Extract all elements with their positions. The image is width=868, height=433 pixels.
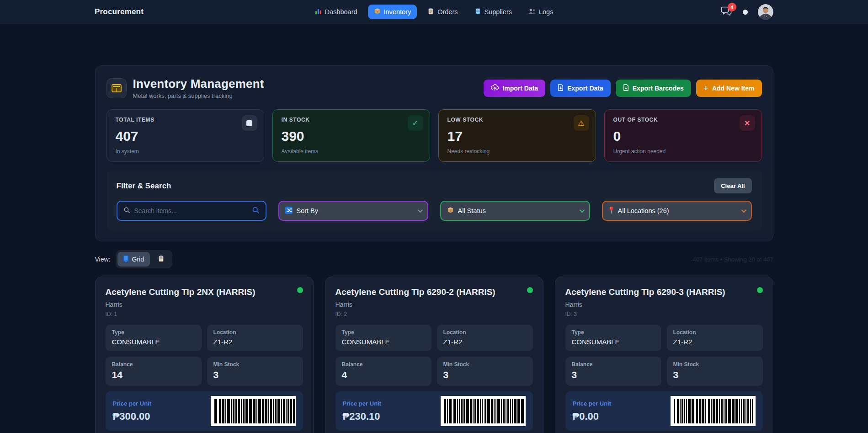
chevron-down-icon	[741, 208, 746, 213]
sort-by-label: Sort By	[297, 207, 414, 214]
nav-label: Dashboard	[325, 8, 357, 16]
view-row: View: Grid 407 items • Showing 20 of 407	[95, 250, 773, 268]
nav-label: Suppliers	[485, 8, 512, 16]
import-data-button[interactable]: Import Data	[484, 80, 545, 97]
item-id: ID: 1	[106, 311, 303, 317]
app-brand: Procurement	[95, 7, 309, 16]
search-submit-icon[interactable]	[252, 206, 260, 216]
status-select[interactable]: All Status	[440, 201, 590, 221]
info-value: 3	[443, 369, 527, 380]
button-label: Export Barcodes	[633, 85, 684, 92]
status-label: All Status	[458, 207, 575, 214]
inventory-panel: Inventory Management Metal works, parts …	[95, 65, 773, 241]
grid-view-label: Grid	[132, 256, 144, 263]
locations-select[interactable]: All Locations (26)	[602, 201, 752, 221]
barcode-image	[211, 396, 296, 426]
stat-value: 0	[613, 129, 753, 143]
stat-label: TOTAL ITEMS	[116, 117, 255, 123]
building-icon	[474, 8, 481, 16]
location-box: Location Z1-R2	[667, 325, 763, 351]
barcode-image	[671, 396, 756, 426]
info-label: Type	[342, 329, 425, 336]
header-actions: Import Data Export Data Export Barcodes …	[484, 80, 761, 97]
price-row: Price per Unit ₱230.10	[335, 391, 533, 431]
stat-sub: Urgent action needed	[613, 148, 753, 155]
nav-item-suppliers[interactable]: Suppliers	[469, 5, 518, 19]
clear-all-button[interactable]: Clear All	[714, 178, 751, 193]
user-avatar[interactable]	[758, 4, 773, 20]
export-data-button[interactable]: Export Data	[550, 80, 611, 97]
add-new-item-button[interactable]: Add New Item	[696, 80, 762, 97]
nav-label: Logs	[539, 8, 553, 16]
type-box: Type CONSUMABLE	[335, 325, 431, 351]
item-name: Acetylene Cutting Tip 6290-3 (HARRIS)	[565, 287, 763, 297]
page-title: Inventory Management	[133, 77, 484, 91]
nav-item-logs[interactable]: Logs	[522, 5, 559, 19]
nav-item-inventory[interactable]: Inventory	[368, 5, 417, 19]
pushpin-icon	[609, 206, 614, 215]
search-icon	[123, 207, 130, 215]
nav-right: 4	[559, 4, 773, 20]
info-label: Min Stock	[673, 361, 756, 368]
item-id: ID: 3	[565, 311, 763, 317]
info-value: Z1-R2	[673, 338, 756, 346]
search-input[interactable]	[134, 207, 248, 214]
clipboard-icon	[427, 8, 434, 16]
notification-badge: 4	[728, 3, 736, 11]
bar-chart-icon	[315, 8, 322, 16]
stat-in-stock: IN STOCK 390 Available items	[272, 109, 430, 162]
price-value: ₱0.00	[573, 411, 612, 422]
item-brand: Harris	[335, 301, 533, 308]
chevron-down-icon	[417, 208, 422, 213]
info-label: Min Stock	[443, 361, 527, 368]
plus-icon	[703, 84, 708, 92]
top-nav: Procurement Dashboard Inventory Orders S…	[0, 0, 868, 24]
barcode-image	[441, 396, 526, 426]
price-label: Price per Unit	[113, 400, 152, 407]
min-stock-box: Min Stock 3	[667, 357, 763, 386]
sort-by-select[interactable]: Sort By	[278, 201, 428, 221]
stat-sub: In system	[116, 148, 255, 155]
stat-label: OUT OF STOCK	[613, 117, 753, 123]
info-label: Balance	[112, 361, 195, 368]
presence-dot	[743, 10, 748, 15]
info-value: Z1-R2	[213, 338, 297, 346]
in-stock-dot	[527, 287, 533, 293]
items-grid: Acetylene Cutting Tip 2NX (HARRIS) Harri…	[95, 277, 773, 433]
info-label: Type	[572, 329, 655, 336]
items-summary: 407 items • Showing 20 of 407	[172, 256, 773, 263]
price-row: Price per Unit ₱300.00	[106, 391, 303, 431]
x-icon	[740, 115, 755, 131]
list-view-button[interactable]	[152, 252, 170, 267]
balance-box: Balance 14	[106, 357, 202, 386]
min-stock-box: Min Stock 3	[437, 357, 533, 386]
info-label: Location	[673, 329, 756, 336]
clipboard-icon	[158, 255, 165, 263]
item-id: ID: 2	[335, 311, 533, 317]
messages-icon[interactable]: 4	[721, 6, 733, 17]
download-file-icon	[623, 84, 629, 92]
search-box[interactable]	[117, 201, 266, 221]
package-icon	[374, 8, 381, 16]
price-row: Price per Unit ₱0.00	[565, 391, 763, 431]
item-brand: Harris	[106, 301, 303, 308]
info-label: Location	[443, 329, 527, 336]
nav-item-dashboard[interactable]: Dashboard	[309, 5, 363, 19]
item-card[interactable]: Acetylene Cutting Tip 2NX (HARRIS) Harri…	[95, 277, 314, 433]
balance-box: Balance 4	[335, 357, 431, 386]
export-barcodes-button[interactable]: Export Barcodes	[616, 80, 691, 97]
grid-view-button[interactable]: Grid	[117, 252, 149, 267]
filter-panel: Filter & Search Clear All Sort By All St…	[107, 170, 762, 231]
price-label: Price per Unit	[573, 400, 612, 407]
stat-low-stock: LOW STOCK 17 Needs restocking	[438, 109, 596, 162]
item-card[interactable]: Acetylene Cutting Tip 6290-3 (HARRIS) Ha…	[555, 277, 773, 433]
in-stock-dot	[757, 287, 763, 293]
info-label: Min Stock	[213, 361, 297, 368]
nav-label: Orders	[437, 8, 458, 16]
button-label: Import Data	[502, 85, 538, 92]
item-card[interactable]: Acetylene Cutting Tip 6290-2 (HARRIS) Ha…	[325, 277, 543, 433]
check-icon	[408, 115, 423, 131]
info-value: CONSUMABLE	[342, 338, 425, 346]
info-value: CONSUMABLE	[572, 338, 655, 346]
nav-item-orders[interactable]: Orders	[421, 5, 463, 19]
